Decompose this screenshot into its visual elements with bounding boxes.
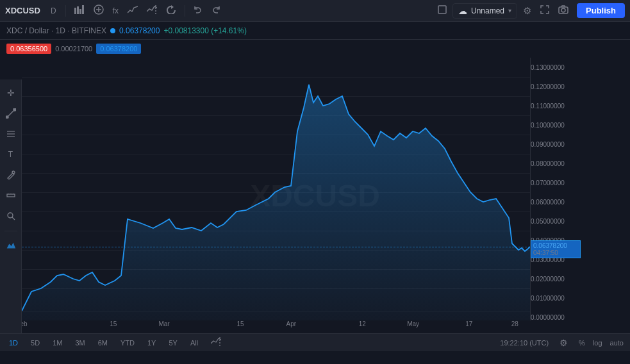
y-label-00: 0.00000000 [531, 314, 568, 321]
tf-1m[interactable]: 1M [50, 338, 65, 348]
tradingview-logo[interactable] [3, 238, 19, 254]
tf-6m[interactable]: 6M [95, 338, 110, 348]
price-chart-svg [22, 64, 530, 327]
bottom-bar: 1D 5D 1M 3M 6M YTD 1Y 5Y All 19:22:10 (U… [0, 333, 630, 351]
tf-1y[interactable]: 1Y [145, 338, 158, 348]
unnamed-dropdown[interactable]: ☁ Unnamed ▾ [452, 3, 517, 19]
crosshair-icon[interactable]: ✛ [3, 85, 19, 101]
x-label-15mar: 15 [236, 320, 244, 327]
current-price-subtitle: 0.06378200 [119, 26, 160, 35]
brush-icon[interactable] [3, 167, 19, 183]
svg-rect-0 [74, 8, 76, 14]
svg-line-24 [12, 217, 15, 220]
auto-toggle[interactable]: auto [610, 339, 624, 347]
text-icon[interactable]: T [3, 146, 19, 163]
y-label-13: 0.13000000 [531, 64, 568, 71]
tf-1d[interactable]: 1D [6, 338, 21, 348]
svg-point-11 [561, 8, 565, 12]
svg-rect-1 [77, 6, 79, 14]
svg-marker-8 [171, 5, 174, 9]
window-icon[interactable] [435, 4, 450, 17]
x-label-apr: Apr [286, 320, 297, 327]
fullscreen-icon[interactable] [537, 4, 552, 17]
svg-point-13 [6, 116, 8, 119]
x-label-mar: Mar [158, 320, 169, 327]
log-toggle[interactable]: log [593, 339, 602, 347]
pair-label: XDC / Dollar · 1D · BITFINEX [6, 26, 106, 35]
y-label-11: 0.11000000 [531, 103, 568, 110]
tf-ytd[interactable]: YTD [118, 338, 137, 348]
time-utc: 19:22:10 (UTC) [500, 339, 549, 347]
svg-rect-3 [82, 5, 84, 14]
x-label-28: 28 [511, 320, 518, 327]
y-label-01: 0.01000000 [531, 295, 568, 302]
tf-5d[interactable]: 5D [28, 338, 42, 348]
left-separator [4, 231, 17, 231]
publish-button[interactable]: Publish [577, 3, 625, 18]
current-price-y-label: 0.06378200 04:37:50 [531, 240, 581, 258]
y-axis: 0.13000000 0.12000000 0.11000000 0.10000… [530, 58, 580, 320]
open-price-tag: 0.06378200 [96, 44, 141, 54]
y-label-09: 0.09000000 [531, 141, 568, 148]
bar-chart-icon[interactable] [71, 4, 88, 17]
x-label-12: 12 [359, 320, 366, 327]
fib-icon[interactable] [3, 126, 19, 142]
redo-icon[interactable] [208, 4, 224, 17]
y-label-12: 0.12000000 [531, 83, 568, 90]
x-axis: Feb 15 Mar 15 Apr 12 May 17 28 [22, 320, 530, 333]
y-label-05: 0.05000000 [531, 218, 568, 225]
separator-2 [185, 5, 185, 17]
tf-5y[interactable]: 5Y [166, 338, 179, 348]
add-indicator-icon[interactable] [90, 3, 107, 18]
compare-toggle-icon[interactable] [211, 337, 221, 348]
chart-settings-icon[interactable]: ⚙ [556, 336, 571, 349]
price-tag-row: 0.06356500 0.00021700 0.06378200 [0, 40, 630, 58]
trend-line-icon[interactable] [3, 105, 19, 122]
x-label-15feb: 15 [110, 320, 117, 327]
tf-3m[interactable]: 3M [72, 338, 87, 348]
svg-point-14 [13, 108, 16, 111]
chart-type-icon[interactable] [124, 4, 141, 17]
undo-icon[interactable] [190, 4, 206, 17]
y-label-08: 0.08000000 [531, 160, 568, 167]
cloud-icon: ☁ [458, 6, 467, 16]
svg-point-18 [12, 171, 15, 174]
tf-all[interactable]: All [188, 338, 201, 348]
settings-icon[interactable]: ⚙ [520, 4, 535, 18]
svg-point-23 [8, 213, 13, 218]
price-change: +0.00813300 (+14.61%) [163, 26, 246, 35]
svg-rect-2 [79, 9, 81, 14]
y-label-02: 0.02000000 [531, 276, 568, 283]
current-price-time: 04:37:50 [533, 249, 578, 256]
interval-button[interactable]: D [47, 5, 60, 17]
live-dot [110, 28, 115, 33]
top-toolbar: XDCUSD D fx ☁ Unnamed ▾ ⚙ [0, 0, 630, 22]
y-label-06: 0.06000000 [531, 199, 568, 206]
close-price-tag: 0.06356500 [6, 44, 51, 54]
measure-icon[interactable] [3, 187, 19, 204]
separator-1 [65, 5, 66, 17]
symbol-label[interactable]: XDCUSD [5, 6, 40, 15]
fx-icon[interactable]: fx [110, 5, 122, 17]
left-toolbar: ✛ T [0, 79, 22, 333]
y-label-10: 0.10000000 [531, 122, 568, 129]
diff-price-tag: 0.00021700 [55, 45, 92, 53]
x-label-may: May [407, 320, 419, 327]
replay-icon[interactable] [163, 4, 179, 17]
snapshot-icon[interactable] [555, 4, 572, 17]
svg-rect-9 [438, 6, 446, 13]
svg-rect-19 [7, 194, 15, 197]
subtitle-bar: XDC / Dollar · 1D · BITFINEX 0.06378200 … [0, 22, 630, 40]
current-price-value: 0.06378200 [533, 242, 578, 249]
x-label-17: 17 [465, 320, 472, 327]
percent-toggle[interactable]: % [579, 339, 585, 347]
chart-container: XDCUSD ✛ T [0, 58, 630, 333]
chevron-down-icon: ▾ [508, 7, 511, 14]
unnamed-label: Unnamed [471, 6, 504, 15]
chart-inner: 0.13000000 0.12000000 0.11000000 0.10000… [22, 58, 580, 333]
compare-icon[interactable] [144, 4, 160, 17]
zoom-icon[interactable] [3, 208, 19, 224]
y-label-07: 0.07000000 [531, 179, 568, 186]
